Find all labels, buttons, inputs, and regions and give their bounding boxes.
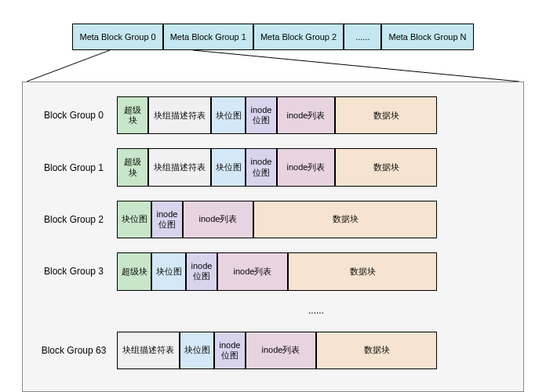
block-group-segments: 超级块块位图inode 位图inode列表数据块	[117, 252, 437, 290]
segment-0: 超级块	[117, 148, 148, 186]
block-group-label: Block Group 1	[31, 162, 117, 173]
block-group-segments: 超级块块组描述符表块位图inode 位图inode列表数据块	[117, 96, 437, 134]
block-group-label: Block Group 2	[31, 214, 117, 225]
block-group-label: Block Group 0	[31, 110, 117, 121]
segment-1: 块组描述符表	[148, 148, 211, 186]
segment-5: 数据块	[335, 96, 437, 134]
svg-line-0	[27, 50, 110, 82]
segment-0: 超级块	[117, 96, 148, 134]
segment-1: inode 位图	[151, 201, 183, 238]
block-group-label: Block Group 3	[31, 266, 117, 277]
meta-block-1: Meta Block Group 1	[163, 24, 253, 50]
segment-2: inode 位图	[186, 252, 217, 290]
segment-2: 块位图	[211, 96, 246, 134]
segment-4: 数据块	[316, 332, 437, 369]
segment-1: 块位图	[180, 332, 214, 369]
meta-block-row: Meta Block Group 0Meta Block Group 1Meta…	[16, 24, 530, 50]
block-group-row-1: Block Group 1超级块块组描述符表块位图inode 位图inode列表…	[31, 148, 515, 186]
segment-4: inode列表	[277, 148, 335, 186]
meta-block-3: ......	[344, 24, 381, 50]
meta-block-0: Meta Block Group 0	[72, 24, 162, 50]
segment-4: inode列表	[277, 96, 335, 134]
segment-3: inode 位图	[246, 148, 277, 186]
segment-3: inode列表	[246, 332, 316, 369]
segment-5: 数据块	[335, 148, 437, 186]
block-group-row-0: Block Group 0超级块块组描述符表块位图inode 位图inode列表…	[31, 96, 515, 134]
expand-lines	[22, 50, 524, 82]
svg-line-1	[193, 50, 519, 82]
block-group-segments: 块位图inode 位图inode列表数据块	[117, 201, 437, 238]
block-group-segments: 块组描述符表块位图inode 位图inode列表数据块	[117, 332, 437, 369]
block-group-row-2: Block Group 2块位图inode 位图inode列表数据块	[31, 201, 515, 238]
segment-0: 块位图	[117, 201, 151, 238]
meta-block-4: Meta Block Group N	[381, 24, 473, 50]
detail-box: Block Group 0超级块块组描述符表块位图inode 位图inode列表…	[22, 82, 524, 392]
segment-1: 块组描述符表	[148, 96, 211, 134]
block-group-row-3: Block Group 3超级块块位图inode 位图inode列表数据块	[31, 252, 515, 290]
segment-3: inode列表	[217, 252, 288, 290]
block-group-label: Block Group 63	[31, 345, 117, 356]
segment-2: 块位图	[211, 148, 246, 186]
ellipsis: ......	[31, 305, 515, 316]
segment-1: 块位图	[151, 252, 186, 290]
segment-2: inode列表	[183, 201, 253, 238]
segment-3: inode 位图	[246, 96, 277, 134]
block-group-segments: 超级块块组描述符表块位图inode 位图inode列表数据块	[117, 148, 437, 186]
segment-4: 数据块	[288, 252, 437, 290]
segment-0: 块组描述符表	[117, 332, 180, 369]
segment-3: 数据块	[253, 201, 437, 238]
segment-0: 超级块	[117, 252, 151, 290]
meta-block-2: Meta Block Group 2	[253, 24, 344, 50]
block-group-row-last: Block Group 63块组描述符表块位图inode 位图inode列表数据…	[31, 332, 515, 369]
segment-2: inode 位图	[214, 332, 246, 369]
